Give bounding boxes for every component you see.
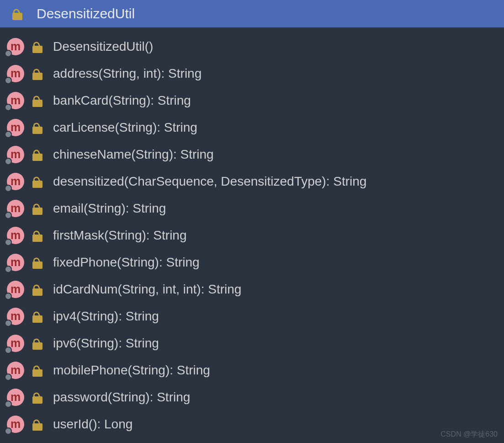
lock-open-icon (31, 310, 44, 323)
method-icon: m (6, 361, 25, 379)
method-row[interactable]: m ipv4(String): String (0, 303, 504, 330)
lock-open-icon (31, 40, 44, 53)
method-row[interactable]: m DesensitizedUtil() (0, 33, 504, 60)
method-icon: m (6, 199, 25, 218)
method-icon: m (6, 172, 25, 191)
method-row[interactable]: m address(String, int): String (0, 60, 504, 87)
lock-open-icon (31, 67, 44, 80)
method-icon: m (6, 307, 25, 326)
method-signature: fixedPhone(String): String (53, 255, 200, 270)
lock-open-icon (31, 148, 44, 161)
lock-open-icon (31, 175, 44, 188)
lock-open-icon (31, 337, 44, 350)
method-row[interactable]: m userId(): Long (0, 411, 504, 438)
method-signature: carLicense(String): String (53, 120, 197, 135)
method-signature: ipv6(String): String (53, 336, 159, 351)
lock-open-icon (11, 7, 24, 20)
method-signature: email(String): String (53, 201, 166, 216)
method-signature: DesensitizedUtil() (53, 39, 153, 54)
method-signature: firstMask(String): String (53, 228, 187, 243)
method-row[interactable]: m idCardNum(String, int, int): String (0, 276, 504, 303)
method-signature: mobilePhone(String): String (53, 363, 210, 378)
lock-open-icon (31, 391, 44, 404)
method-icon: m (6, 118, 25, 137)
lock-open-icon (31, 283, 44, 296)
class-name: DesensitizedUtil (37, 6, 135, 21)
lock-open-icon (31, 229, 44, 242)
method-icon: m (6, 37, 25, 56)
method-list: m DesensitizedUtil() m address(String, i… (0, 27, 504, 438)
lock-open-icon (31, 94, 44, 107)
method-signature: desensitized(CharSequence, DesensitizedT… (53, 174, 366, 189)
lock-open-icon (31, 364, 44, 377)
lock-open-icon (31, 256, 44, 269)
method-signature: bankCard(String): String (53, 93, 191, 108)
method-signature: address(String, int): String (53, 66, 202, 81)
method-icon: m (6, 226, 25, 245)
method-icon: m (6, 388, 25, 406)
method-row[interactable]: m ipv6(String): String (0, 330, 504, 357)
method-icon: m (6, 91, 25, 110)
lock-open-icon (31, 121, 44, 134)
method-row[interactable]: m fixedPhone(String): String (0, 249, 504, 276)
lock-open-icon (31, 418, 44, 431)
class-header[interactable]: DesensitizedUtil (0, 0, 504, 27)
lock-open-icon (31, 202, 44, 215)
method-signature: idCardNum(String, int, int): String (53, 282, 241, 297)
method-icon: m (6, 334, 25, 352)
method-row[interactable]: m carLicense(String): String (0, 114, 504, 141)
method-row[interactable]: m email(String): String (0, 195, 504, 222)
method-icon: m (6, 145, 25, 164)
method-row[interactable]: m password(String): String (0, 384, 504, 411)
method-icon: m (6, 253, 25, 272)
method-signature: chineseName(String): String (53, 147, 214, 162)
method-signature: userId(): Long (53, 417, 133, 432)
method-row[interactable]: m mobilePhone(String): String (0, 357, 504, 384)
method-icon: m (6, 64, 25, 83)
method-row[interactable]: m chineseName(String): String (0, 141, 504, 168)
method-row[interactable]: m firstMask(String): String (0, 222, 504, 249)
method-icon: m (6, 415, 25, 433)
watermark: CSDN @学徒630 (440, 430, 498, 439)
method-icon: m (6, 280, 25, 299)
method-row[interactable]: m bankCard(String): String (0, 87, 504, 114)
method-signature: ipv4(String): String (53, 309, 159, 324)
method-row[interactable]: m desensitized(CharSequence, Desensitize… (0, 168, 504, 195)
method-signature: password(String): String (53, 390, 190, 405)
